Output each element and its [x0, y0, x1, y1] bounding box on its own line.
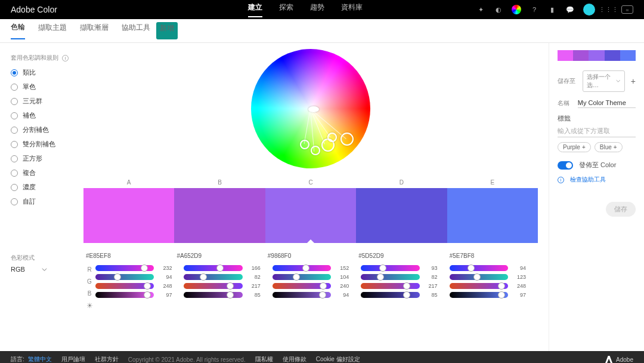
name-label: 名稱 [558, 99, 572, 107]
avatar[interactable] [583, 4, 595, 16]
tab-wheel[interactable]: 色輪 [11, 22, 25, 39]
color-mode-select[interactable]: RGB [11, 266, 83, 273]
cc-icon[interactable]: ∞ [621, 5, 633, 14]
hex-value[interactable]: #E85EF8 [83, 253, 174, 259]
slider-b[interactable]: 217 [361, 283, 437, 289]
rule-6[interactable]: 正方形 [11, 154, 83, 163]
slider-r[interactable]: 232 [95, 265, 172, 271]
brightness-icon: ☀ [86, 301, 93, 310]
chevron-down-icon [616, 79, 620, 83]
slider-g[interactable]: 94 [95, 274, 172, 280]
footer-community[interactable]: 社群方針 [95, 355, 119, 363]
wheel-handle[interactable] [300, 140, 309, 149]
footer-language[interactable]: 繁體中文 [28, 355, 52, 363]
slider-r[interactable]: 166 [184, 265, 260, 271]
slider-g[interactable]: 104 [273, 274, 349, 280]
footer-terms[interactable]: 使用條款 [283, 355, 306, 363]
hex-value[interactable]: #A652D9 [174, 253, 265, 259]
radio-icon [11, 69, 18, 76]
nav-libraries[interactable]: 資料庫 [341, 2, 363, 17]
wheel-handle[interactable] [311, 146, 320, 155]
slider-bright[interactable]: 97 [95, 292, 172, 298]
theme-name-input[interactable]: My Color Theme [578, 98, 636, 108]
nav-trends[interactable]: 趨勢 [310, 2, 324, 17]
rule-7[interactable]: 複合 [11, 168, 83, 177]
top-nav: 建立 探索 趨勢 資料庫 [248, 2, 363, 17]
radio-icon [11, 84, 18, 91]
footer-cookie[interactable]: Cookie 偏好設定 [316, 355, 360, 363]
hex-value[interactable]: #9868F0 [265, 253, 356, 259]
swatch[interactable] [356, 188, 447, 243]
slider-b[interactable]: 240 [273, 283, 349, 289]
check-a11y-link[interactable]: 檢查協助工具 [570, 176, 606, 184]
theme-preview [558, 50, 636, 61]
tag-purple[interactable]: Purple + [558, 142, 591, 152]
rule-4[interactable]: 分割補色 [11, 125, 83, 134]
swatch[interactable] [83, 188, 174, 243]
tab-extract-gradient[interactable]: 擷取漸層 [80, 23, 109, 39]
rule-1[interactable]: 單色 [11, 82, 83, 91]
contrast-icon[interactable]: ◐ [494, 5, 503, 14]
slider-bright[interactable]: 97 [450, 292, 526, 298]
tags-input[interactable]: 輸入或從下方選取 [558, 125, 636, 137]
slider-labels: R G B ☀ [83, 265, 95, 310]
help-icon[interactable]: ? [530, 5, 539, 14]
save-to-label: 儲存至 [558, 77, 577, 85]
slider-g[interactable]: 82 [361, 274, 437, 280]
slider-bright[interactable]: 94 [273, 292, 349, 298]
color-wheel[interactable] [251, 49, 370, 168]
footer-lang-label: 語言: [11, 355, 24, 363]
slider-b[interactable]: 248 [95, 283, 172, 289]
wheel-handle[interactable] [327, 133, 337, 142]
radio-icon [11, 198, 18, 205]
hex-value[interactable]: #5E7BF8 [447, 253, 538, 259]
rule-0[interactable]: 類比 [11, 68, 83, 77]
rule-8[interactable]: 濃度 [11, 183, 83, 192]
save-to-select[interactable]: 选择一个选… [583, 70, 625, 92]
slider-r[interactable]: 93 [361, 265, 437, 271]
slider-g[interactable]: 123 [450, 274, 526, 280]
tag-blue[interactable]: Blue + [595, 142, 623, 152]
rule-9[interactable]: 自訂 [11, 197, 83, 206]
slider-b[interactable]: 217 [184, 283, 260, 289]
footer-adobe[interactable]: Adobe [616, 356, 633, 363]
color-icon[interactable] [512, 5, 521, 14]
rule-2[interactable]: 三元群 [11, 97, 83, 106]
wheel-handle[interactable] [340, 133, 354, 146]
add-icon[interactable]: + [631, 76, 636, 86]
nav-explore[interactable]: 探索 [279, 2, 293, 17]
brand-title: Adobe Color [11, 5, 57, 14]
sub-nav: 色輪 擷取主題 擷取漸層 協助工具 新增 [0, 19, 644, 43]
info-icon[interactable]: i [62, 55, 69, 61]
slider-r[interactable]: 152 [273, 265, 349, 271]
footer-forum[interactable]: 用戶論壇 [61, 355, 85, 363]
slider-bright[interactable]: 85 [361, 292, 437, 298]
comment-icon[interactable]: 💬 [565, 5, 575, 14]
footer: 語言: 繁體中文 用戶論壇 社群方針 Copyright © 2021 Adob… [0, 351, 644, 363]
radio-icon [11, 184, 18, 191]
rule-5[interactable]: 雙分割補色 [11, 140, 83, 149]
nav-create[interactable]: 建立 [248, 2, 262, 17]
slider-b[interactable]: 248 [450, 283, 526, 289]
swatch[interactable] [447, 188, 538, 243]
hex-value[interactable]: #5D52D9 [356, 253, 447, 259]
publish-label: 發佈至 Color [579, 161, 616, 170]
publish-toggle[interactable] [558, 161, 573, 170]
footer-privacy[interactable]: 隱私權 [255, 355, 273, 363]
slider-r[interactable]: 94 [450, 265, 526, 271]
swatch[interactable] [265, 188, 356, 243]
swatch[interactable] [174, 188, 265, 243]
apps-icon[interactable]: ⋮⋮⋮ [603, 5, 613, 14]
save-button[interactable]: 儲存 [606, 202, 636, 217]
star-icon[interactable]: ✦ [476, 5, 485, 14]
workspace: ABCDE #E85EF8#A652D9#9868F0#5D52D9#5E7BF… [83, 43, 549, 351]
rule-3[interactable]: 補色 [11, 111, 83, 120]
slider-bright[interactable]: 85 [184, 292, 260, 298]
sidebar: 套用色彩調和規則 i 類比單色三元群補色分割補色雙分割補色正方形複合濃度自訂 色… [0, 43, 83, 351]
bookmark-icon[interactable]: ▮ [547, 5, 557, 14]
column-label: B [174, 179, 265, 186]
tab-accessibility[interactable]: 協助工具 [122, 23, 150, 39]
slider-g[interactable]: 82 [184, 274, 260, 280]
column-label: A [83, 179, 174, 186]
tab-extract-theme[interactable]: 擷取主題 [38, 23, 67, 39]
